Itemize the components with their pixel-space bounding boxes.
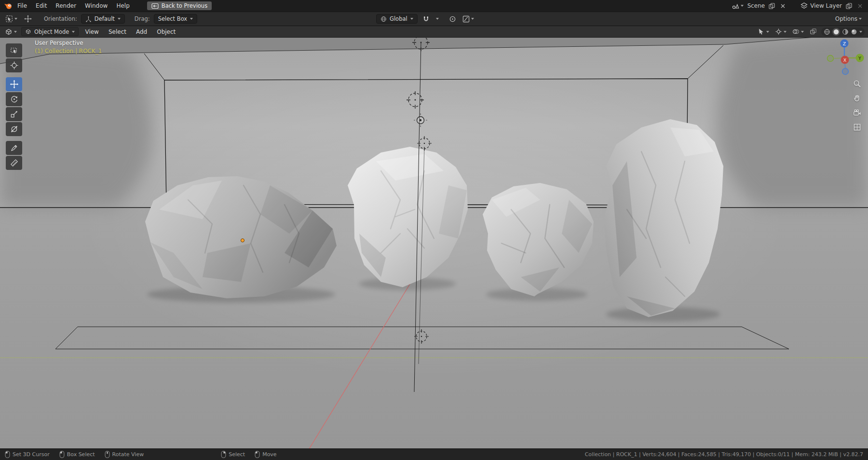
transform-orientation-select[interactable]: Global [376,14,418,24]
remove-view-layer-button[interactable] [856,2,864,10]
statusbar-hint: Rotate View [105,451,144,458]
topbar: File Edit Render Window Help Back to Pre… [0,0,868,12]
svg-text:Z: Z [843,41,846,46]
axis-y-negative-button[interactable] [827,56,834,62]
snapping-dropdown[interactable] [434,17,440,21]
chevron-down-icon [118,18,121,20]
transform-tool-button[interactable] [6,122,22,136]
unlink-scene-button[interactable] [779,2,787,10]
pan-view-button[interactable] [852,93,862,103]
proportional-editing-toggle[interactable] [448,14,458,24]
scale-tool-button[interactable] [6,107,22,121]
active-tool-settings-dropdown[interactable] [4,14,19,24]
back-button-label: Back to Previous [162,2,207,9]
snapping-toggle[interactable] [421,14,431,24]
solid-sphere-icon [833,28,840,35]
viewport-canvas[interactable]: Z Y X [0,26,868,448]
menu-edit[interactable]: Edit [32,1,51,10]
hint-label: Set 3D Cursor [13,451,50,458]
menu-view[interactable]: View [81,28,102,36]
axis-z-positive-button[interactable]: Z [841,40,849,48]
scale-icon [10,110,19,119]
orientation-value: Default [95,15,115,22]
editor-type-dropdown[interactable] [3,27,18,37]
scene-name[interactable]: Scene [747,2,765,9]
tool-shelf-gap [6,137,22,140]
falloff-curve-icon [462,15,470,23]
scene-selector: Scene [731,1,787,10]
annotate-tool-button[interactable] [6,141,22,155]
wireframe-sphere-icon [824,28,830,35]
options-label: Options [835,15,857,22]
menu-window[interactable]: Window [81,1,111,10]
mouse-left-icon [59,451,65,458]
select-box-tool-button[interactable] [6,43,22,57]
xray-toggle[interactable] [808,27,818,36]
chevron-down-icon [801,31,804,33]
statusbar-hint: Move [255,451,277,458]
menu-help[interactable]: Help [112,1,133,10]
axis-z-negative-button[interactable] [842,69,849,75]
scene-icon [732,2,739,9]
chevron-down-icon [14,31,17,33]
close-icon [780,3,786,9]
viewport-3d[interactable]: Z Y X Object Mode [0,26,868,448]
tool-shelf-gap [6,73,22,76]
proportional-falloff-dropdown[interactable] [461,14,475,24]
cursor-tool-button[interactable] [6,58,22,72]
drag-select[interactable]: Select Box [154,14,198,24]
back-to-previous-button[interactable]: Back to Previous [147,1,212,10]
view-layer-icon[interactable] [800,2,808,9]
object-origin-dot[interactable] [241,239,244,242]
rotate-icon [10,95,19,104]
menu-object[interactable]: Object [153,28,179,36]
move-tool-button[interactable] [6,77,22,91]
view-layer-selector: View Layer [800,2,864,10]
shading-rendered-button[interactable] [851,28,857,35]
move-icon [24,15,32,23]
shading-material-button[interactable] [842,28,849,35]
view-perspective-label: User Perspective [35,39,102,47]
move-icon [10,80,19,89]
camera-icon [853,109,861,117]
shading-solid-button[interactable] [832,28,840,36]
gizmos-dropdown[interactable] [773,27,788,36]
menu-render[interactable]: Render [52,1,80,10]
view-layer-name[interactable]: View Layer [810,2,842,9]
rotate-tool-button[interactable] [6,92,22,106]
axis-x-positive-button[interactable]: X [841,56,849,64]
new-view-layer-button[interactable] [844,2,854,10]
mode-select[interactable]: Object Mode [21,27,79,36]
blender-logo-icon[interactable] [4,2,13,10]
menu-add[interactable]: Add [133,28,150,36]
transform-icon [10,125,19,134]
camera-view-button[interactable] [852,108,862,117]
chevron-down-icon [859,18,862,20]
chevron-down-icon [471,18,474,20]
mouse-left-icon [5,451,10,458]
menu-file[interactable]: File [14,1,31,10]
toggle-perspective-button[interactable] [852,122,862,132]
move-tool-indicator-icon[interactable] [23,14,33,24]
orientation-select[interactable]: Default [81,14,125,24]
chevron-down-icon [72,31,75,33]
measure-ruler-icon [10,158,19,167]
options-dropdown[interactable]: Options [834,14,863,23]
viewport-editor-icon [5,28,13,36]
measure-tool-button[interactable] [6,156,22,170]
new-scene-button[interactable] [767,2,776,10]
chevron-down-icon [410,18,413,20]
mode-value: Object Mode [34,28,69,35]
object-visibility-dropdown[interactable] [756,27,771,36]
viewport-header: Object Mode View Select Add Object [0,26,868,38]
scene-browse-dropdown[interactable] [731,1,745,10]
viewport-header-right [756,27,865,36]
shading-wireframe-button[interactable] [824,28,830,35]
overlays-dropdown[interactable] [791,27,805,36]
menu-select[interactable]: Select [105,28,130,36]
overlays-icon [792,28,800,35]
zoom-view-button[interactable] [852,79,862,88]
axis-y-positive-button[interactable]: Y [856,54,864,62]
tool-icon [5,15,13,23]
proportional-circle-icon [449,15,456,23]
